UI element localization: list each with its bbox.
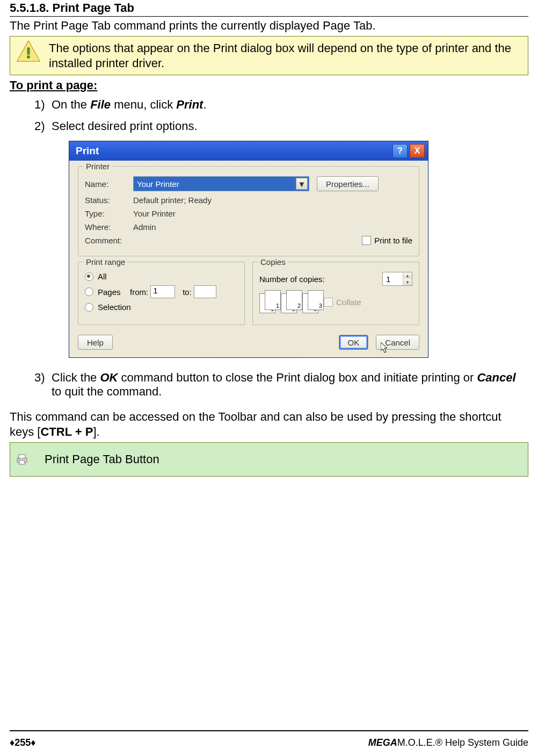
shortcut-key: CTRL + P	[40, 425, 93, 438]
printer-icon	[16, 453, 37, 465]
step-number: 3)	[34, 371, 52, 399]
toolbar-button-label: Print Page Tab Button	[37, 452, 159, 466]
intro-paragraph: The Print Page Tab command prints the cu…	[10, 19, 528, 33]
to-input[interactable]	[194, 285, 216, 298]
range-selection-radio[interactable]	[85, 303, 93, 312]
text: command button to close the Print dialog…	[118, 371, 477, 384]
dialog-title: Print	[76, 145, 99, 157]
status-value: Default printer; Ready	[133, 196, 212, 205]
to-label: to:	[183, 287, 192, 297]
svg-rect-6	[19, 455, 25, 458]
print-command-ref: Print	[176, 98, 203, 111]
print-dialog-figure: Print ? X Printer Name: Your Printer ▼ P…	[69, 141, 428, 358]
status-label: Status:	[85, 196, 133, 205]
num-copies-spinner[interactable]: 1 ▲▼	[382, 272, 412, 286]
svg-rect-7	[19, 460, 25, 464]
shortcut-paragraph: This command can be accessed on the Tool…	[10, 409, 528, 439]
range-selection-label: Selection	[98, 303, 131, 312]
page-number: ♦255♦	[10, 737, 35, 748]
range-all-label: All	[98, 272, 107, 281]
step-number: 2)	[34, 119, 52, 133]
range-pages-radio[interactable]	[85, 287, 93, 296]
guide-title: MEGAM.O.L.E.® Help System Guide	[368, 737, 528, 748]
comment-label: Comment:	[85, 236, 133, 245]
name-label: Name:	[85, 179, 133, 189]
text: Click the	[52, 371, 100, 384]
range-pages-label: Pages	[98, 287, 130, 297]
print-to-file-checkbox[interactable]	[362, 236, 371, 245]
text: Select desired print options.	[52, 119, 528, 133]
text: to quit the command.	[52, 385, 162, 398]
printer-name-value: Your Printer	[137, 179, 179, 189]
svg-rect-8	[18, 459, 20, 460]
ok-button[interactable]: OK	[339, 335, 369, 350]
toolbar-button-box: Print Page Tab Button	[10, 442, 528, 477]
text: .	[203, 98, 206, 111]
step-3: 3) Click the OK command button to close …	[34, 371, 528, 399]
type-label: Type:	[85, 209, 133, 218]
group-legend: Copies	[258, 257, 288, 267]
collate-graphic: 1 1 2 2 3 3	[259, 290, 324, 314]
copies-group: Copies Number of copies: 1 ▲▼ 1 1	[252, 262, 419, 325]
where-label: Where:	[85, 222, 133, 232]
group-legend: Print range	[84, 257, 127, 267]
svg-point-3	[27, 55, 30, 59]
properties-button[interactable]: Properties...	[317, 176, 379, 191]
note-box: The options that appear on the Print dia…	[10, 36, 528, 75]
where-value: Admin	[133, 222, 156, 232]
warning-icon	[13, 39, 43, 62]
text: menu, click	[111, 98, 176, 111]
spinner-down-icon[interactable]: ▼	[403, 279, 412, 285]
svg-rect-2	[27, 47, 30, 55]
from-label: from:	[130, 287, 148, 297]
collate-label: Collate	[336, 298, 361, 307]
type-value: Your Printer	[133, 209, 176, 218]
collate-checkbox[interactable]	[324, 298, 333, 307]
page-footer: ♦255♦ MEGAM.O.L.E.® Help System Guide	[10, 737, 528, 748]
dropdown-arrow-icon[interactable]: ▼	[296, 178, 308, 190]
file-menu-ref: File	[90, 98, 111, 111]
note-text: The options that appear on the Print dia…	[43, 39, 522, 73]
print-range-group: Print range All Pages from: 1 to:	[78, 262, 245, 325]
step-2: 2) Select desired print options.	[34, 119, 528, 133]
text: On the	[52, 98, 90, 111]
print-dialog: Print ? X Printer Name: Your Printer ▼ P…	[69, 141, 428, 358]
group-legend: Printer	[84, 162, 112, 171]
titlebar-help-button[interactable]: ?	[392, 144, 408, 158]
num-copies-value: 1	[386, 275, 390, 284]
footer-rule	[10, 730, 528, 731]
print-to-file-label: Print to file	[374, 236, 412, 245]
range-all-radio[interactable]	[85, 272, 93, 281]
dialog-titlebar: Print ? X	[69, 141, 428, 161]
printer-group: Printer Name: Your Printer ▼ Properties.…	[78, 166, 419, 256]
help-button[interactable]: Help	[78, 335, 113, 350]
step-number: 1)	[34, 98, 52, 112]
num-copies-label: Number of copies:	[259, 275, 382, 284]
section-heading: 5.5.1.8. Print Page Tab	[10, 1, 528, 15]
titlebar-close-button[interactable]: X	[410, 144, 425, 158]
ok-ref: OK	[100, 371, 118, 384]
printer-name-combo[interactable]: Your Printer ▼	[133, 176, 309, 191]
step-1: 1) On the File menu, click Print.	[34, 98, 528, 112]
from-input[interactable]: 1	[150, 285, 175, 298]
spinner-up-icon[interactable]: ▲	[403, 272, 412, 279]
howto-heading: To print a page:	[10, 78, 528, 92]
cancel-ref: Cancel	[477, 371, 515, 384]
heading-rule	[10, 16, 528, 17]
cancel-button[interactable]: Cancel	[376, 335, 419, 350]
